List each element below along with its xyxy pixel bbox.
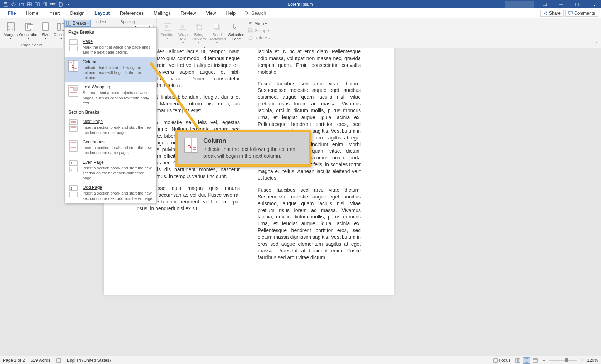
paragraph: lacinia et. Nunc at eros diam. Pellentes… [258, 48, 361, 75]
align-button[interactable]: Align▾ [247, 20, 271, 27]
svg-rect-38 [69, 40, 77, 45]
svg-rect-72 [57, 359, 61, 362]
svg-rect-0 [5, 2, 6, 4]
folder-icon[interactable] [18, 1, 25, 8]
tab-references[interactable]: References [115, 8, 149, 18]
search-label: Search [251, 10, 266, 16]
svg-line-14 [247, 14, 249, 15]
account-area[interactable] [505, 1, 534, 8]
break-column-item[interactable]: ColumnIndicate that the text following t… [65, 57, 156, 83]
comment-icon [568, 11, 573, 15]
svg-rect-6 [38, 3, 39, 6]
search-box[interactable]: Search [244, 10, 266, 16]
tab-file[interactable]: File [3, 8, 21, 18]
table-icon[interactable] [26, 1, 33, 8]
svg-rect-54 [69, 141, 77, 151]
tab-mailings[interactable]: Mailings [149, 8, 176, 18]
autosave-icon[interactable] [10, 1, 17, 8]
page-break-icon [68, 39, 79, 52]
tab-help[interactable]: Help [221, 8, 241, 18]
zoom-thumb[interactable] [565, 358, 568, 362]
break-odd-page-item[interactable]: 13 Odd PageInsert a section break and st… [65, 183, 156, 203]
paragraph-icon[interactable] [42, 1, 49, 8]
group-icon [248, 28, 253, 33]
selection-pane-button[interactable]: Selection Pane [227, 20, 245, 43]
svg-rect-19 [43, 23, 48, 30]
svg-rect-78 [533, 359, 537, 362]
tab-review[interactable]: Review [176, 8, 201, 18]
tab-design[interactable]: Design [65, 8, 89, 18]
breaks-icon [66, 21, 71, 26]
tab-home[interactable]: Home [21, 8, 43, 18]
next-page-icon [68, 119, 79, 132]
group-label-page-setup: Page Setup [3, 42, 60, 47]
quick-access-toolbar: abc ▾ [0, 1, 72, 8]
group-page-setup: Margins▾ Orientation▾ Size▾ Columns▾ Pag… [0, 18, 64, 48]
window-controls [505, 0, 601, 8]
collapse-ribbon-icon[interactable]: ⌃ [595, 41, 598, 46]
tab-layout[interactable]: Layout [89, 8, 115, 18]
word-count[interactable]: 519 words [30, 358, 50, 363]
svg-rect-18 [27, 25, 33, 29]
callout-title: Column [203, 137, 303, 144]
svg-point-69 [150, 62, 153, 66]
size-button[interactable]: Size▾ [39, 20, 52, 41]
language-indicator[interactable]: English (United States) [67, 358, 111, 363]
zoom-level[interactable]: 120% [587, 358, 598, 363]
orientation-button[interactable]: Orientation▾ [20, 20, 38, 41]
svg-rect-23 [69, 21, 71, 25]
paragraph: Fusce faucibus sed arcu vitae dictum. Su… [258, 187, 361, 261]
zoom-slider[interactable] [549, 360, 577, 361]
break-even-page-item[interactable]: 24 Even PageInsert a section break and s… [65, 158, 156, 183]
svg-text:4: 4 [71, 168, 72, 172]
focus-button[interactable]: Focus [493, 358, 511, 363]
indent-label: Indent [95, 20, 106, 24]
tab-view[interactable]: View [201, 8, 221, 18]
page-indicator[interactable]: Page 1 of 2 [3, 358, 25, 363]
save-icon[interactable] [2, 1, 9, 8]
focus-icon [493, 358, 498, 363]
svg-rect-10 [575, 3, 579, 6]
close-button[interactable] [585, 0, 601, 8]
svg-rect-48 [69, 120, 77, 125]
status-bar: Page 1 of 2 519 words English (United St… [0, 356, 601, 364]
callout-desc: Indicate that the text following the col… [203, 146, 303, 159]
page-breaks-header: Page Breaks [65, 28, 156, 37]
comments-button[interactable]: Comments [565, 10, 598, 17]
tab-insert[interactable]: Insert [43, 8, 65, 18]
svg-rect-74 [494, 359, 497, 362]
title-bar: abc ▾ Lorem Ipsum [0, 0, 601, 8]
minimize-button[interactable] [553, 0, 569, 8]
view-buttons [514, 357, 539, 364]
spellcheck-icon[interactable]: abc [49, 1, 57, 8]
break-page-item[interactable]: PageMark the point at which one page end… [65, 37, 156, 57]
rotate-icon [248, 35, 253, 40]
document-title: Lorem Ipsum [288, 2, 313, 7]
svg-rect-77 [525, 359, 528, 362]
break-continuous-item[interactable]: ContinuousInsert a section break and sta… [65, 137, 156, 158]
svg-text:2: 2 [71, 162, 72, 165]
break-next-page-item[interactable]: Next PageInsert a section break and star… [65, 117, 156, 137]
group-arrange: Position▾ Wrap Text▾ Bring Forward▾ Send… [157, 18, 264, 48]
even-page-icon: 24 [68, 160, 79, 173]
svg-rect-39 [69, 46, 77, 51]
web-layout-button[interactable] [531, 357, 539, 364]
zoom-in-button[interactable]: + [581, 358, 583, 363]
svg-rect-5 [35, 3, 37, 6]
section-breaks-header: Section Breaks [65, 108, 156, 117]
maximize-button[interactable] [569, 0, 585, 8]
share-button[interactable]: Share [540, 10, 564, 17]
share-icon [543, 11, 548, 15]
zoom-out-button[interactable]: − [543, 358, 545, 363]
rotate-button: Rotate▾ [247, 35, 271, 41]
ribbon-display-icon[interactable] [537, 0, 553, 8]
spellcheck-status-icon[interactable] [56, 358, 61, 363]
layout-icon[interactable] [34, 1, 41, 8]
print-layout-button[interactable] [523, 357, 530, 364]
qat-dropdown-icon[interactable]: ▾ [65, 1, 72, 8]
read-mode-button[interactable] [514, 357, 522, 364]
new-doc-icon[interactable] [57, 1, 64, 8]
break-text-wrapping-item[interactable]: Text WrappingSeparate text around object… [65, 82, 156, 108]
ribbon-tabs: File Home Insert Design Layout Reference… [0, 8, 601, 18]
margins-button[interactable]: Margins▾ [3, 20, 18, 41]
